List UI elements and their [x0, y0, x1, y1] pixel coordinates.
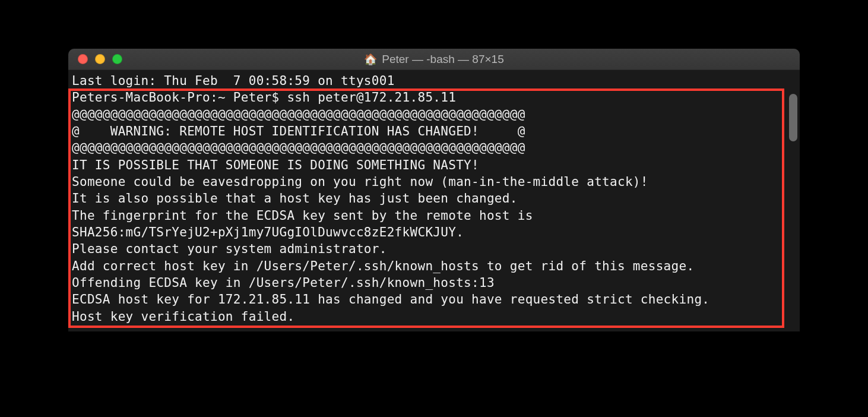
terminal-line[interactable]: Offending ECDSA key in /Users/Peter/.ssh… [72, 274, 800, 291]
scrollbar-track[interactable] [788, 94, 799, 284]
terminal-line[interactable]: Add correct host key in /Users/Peter/.ss… [72, 258, 800, 274]
terminal-window: 🏠 Peter — -bash — 87×15 Last login: Thu … [68, 49, 800, 331]
terminal-line[interactable]: @ WARNING: REMOTE HOST IDENTIFICATION HA… [72, 123, 800, 140]
terminal-output[interactable]: Last login: Thu Feb 7 00:58:59 on ttys00… [68, 72, 800, 325]
zoom-button[interactable] [112, 54, 122, 64]
terminal-line[interactable]: It is also possible that a host key has … [72, 190, 800, 207]
traffic-lights [68, 54, 122, 64]
terminal-body[interactable]: Last login: Thu Feb 7 00:58:59 on ttys00… [68, 70, 800, 331]
terminal-line[interactable]: Please contact your system administrator… [72, 241, 800, 257]
minimize-button[interactable] [95, 54, 105, 64]
scrollbar-thumb[interactable] [789, 94, 797, 141]
window-title: 🏠 Peter — -bash — 87×15 [364, 53, 503, 66]
terminal-line[interactable]: SHA256:mG/TSrYejU2+pXj1my7UGgIOlDuwvcc8z… [72, 224, 800, 241]
terminal-line[interactable]: The fingerprint for the ECDSA key sent b… [72, 207, 800, 224]
home-icon: 🏠 [364, 53, 377, 66]
close-button[interactable] [78, 54, 88, 64]
terminal-line[interactable]: Last login: Thu Feb 7 00:58:59 on ttys00… [72, 72, 800, 89]
terminal-line[interactable]: @@@@@@@@@@@@@@@@@@@@@@@@@@@@@@@@@@@@@@@@… [72, 140, 800, 156]
terminal-line[interactable]: Peters-MacBook-Pro:~ Peter$ ssh peter@17… [72, 89, 800, 106]
terminal-line[interactable]: Host key verification failed. [72, 308, 800, 325]
terminal-line[interactable]: IT IS POSSIBLE THAT SOMEONE IS DOING SOM… [72, 157, 800, 173]
terminal-line[interactable]: ECDSA host key for 172.21.85.11 has chan… [72, 291, 800, 308]
terminal-line[interactable]: Someone could be eavesdropping on you ri… [72, 173, 800, 190]
window-title-text: Peter — -bash — 87×15 [382, 53, 503, 66]
window-titlebar[interactable]: 🏠 Peter — -bash — 87×15 [68, 49, 800, 70]
terminal-line[interactable]: @@@@@@@@@@@@@@@@@@@@@@@@@@@@@@@@@@@@@@@@… [72, 106, 800, 123]
